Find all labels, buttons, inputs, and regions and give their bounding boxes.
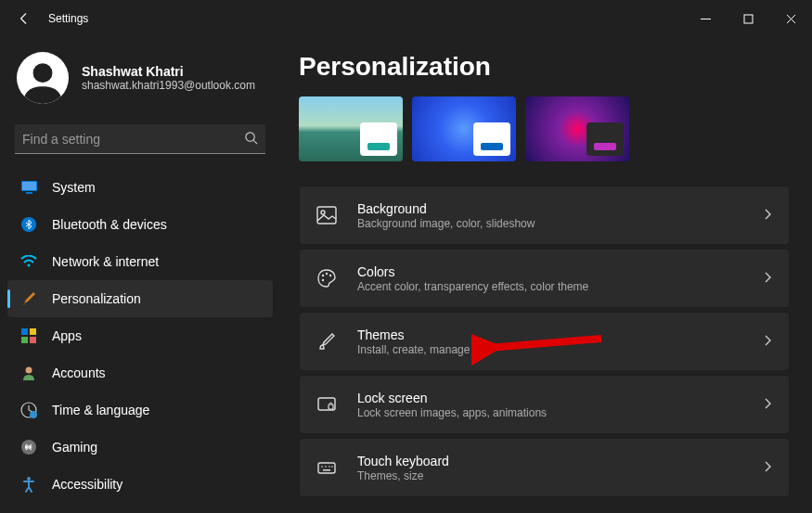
sidebar: Shashwat Khatri shashwat.khatri1993@outl… <box>0 37 280 513</box>
search-input[interactable] <box>22 132 244 147</box>
card-colors[interactable]: Colors Accent color, transparency effect… <box>299 249 790 308</box>
sidebar-item-system[interactable]: System <box>7 169 273 206</box>
svg-rect-30 <box>323 469 330 471</box>
svg-rect-25 <box>318 463 335 473</box>
card-touchkeyboard[interactable]: Touch keyboard Themes, size <box>299 438 790 497</box>
chevron-right-icon <box>763 208 772 224</box>
card-title: Colors <box>357 264 763 279</box>
card-background[interactable]: Background Background image, color, slid… <box>299 186 790 245</box>
person-icon <box>20 365 37 381</box>
window-controls <box>684 4 812 33</box>
chevron-right-icon <box>763 397 772 413</box>
sidebar-item-accessibility[interactable]: Accessibility <box>7 466 273 503</box>
svg-point-21 <box>329 275 331 276</box>
sidebar-item-label: Time & language <box>52 403 149 417</box>
sidebar-item-bluetooth[interactable]: Bluetooth & devices <box>7 206 273 243</box>
sidebar-item-label: System <box>52 180 96 195</box>
theme-preview-2[interactable] <box>412 96 516 161</box>
user-name: Shashwat Khatri <box>82 64 255 79</box>
keyboard-icon <box>316 457 337 478</box>
svg-point-28 <box>329 466 330 468</box>
svg-rect-9 <box>30 328 36 335</box>
page-title: Personalization <box>299 52 790 82</box>
card-title: Lock screen <box>357 391 763 405</box>
avatar <box>17 52 69 104</box>
card-subtitle: Background image, color, slideshow <box>357 217 763 230</box>
svg-rect-8 <box>21 328 28 335</box>
clock-globe-icon <box>20 402 37 418</box>
back-button[interactable] <box>13 7 35 30</box>
gaming-icon <box>20 439 37 455</box>
svg-rect-17 <box>317 207 336 224</box>
user-email: shashwat.khatri1993@outlook.com <box>82 79 255 92</box>
svg-rect-4 <box>22 182 36 190</box>
svg-point-29 <box>331 466 333 468</box>
window-title: Settings <box>48 12 88 25</box>
picture-icon <box>316 205 337 225</box>
sidebar-item-label: Accessibility <box>52 477 122 492</box>
card-subtitle: Lock screen images, apps, animations <box>357 406 763 419</box>
system-icon <box>20 179 37 196</box>
card-themes[interactable]: Themes Install, create, manage <box>299 312 790 371</box>
sidebar-item-apps[interactable]: Apps <box>7 317 273 354</box>
sidebar-item-personalization[interactable]: Personalization <box>7 280 273 317</box>
minimize-button[interactable] <box>684 4 727 33</box>
svg-rect-10 <box>21 337 28 343</box>
main-content: Personalization Background Background im… <box>280 37 812 513</box>
svg-point-26 <box>321 466 323 468</box>
nav-list: System Bluetooth & devices Network & int… <box>0 169 280 503</box>
svg-point-16 <box>27 477 31 481</box>
theme-preview-1[interactable] <box>299 96 403 161</box>
sidebar-item-network[interactable]: Network & internet <box>7 243 273 280</box>
svg-rect-11 <box>30 337 36 343</box>
chevron-right-icon <box>763 334 772 350</box>
maximize-button[interactable] <box>727 4 769 33</box>
sidebar-item-label: Personalization <box>52 291 141 306</box>
svg-point-27 <box>325 466 327 468</box>
theme-preview-3[interactable] <box>525 96 629 161</box>
svg-point-19 <box>322 275 324 276</box>
theme-previews <box>299 96 790 161</box>
bluetooth-icon <box>20 216 37 233</box>
card-subtitle: Install, create, manage <box>357 343 763 356</box>
sidebar-item-label: Apps <box>52 328 82 343</box>
search-icon <box>244 131 258 147</box>
sidebar-item-label: Accounts <box>52 366 106 380</box>
card-lockscreen[interactable]: Lock screen Lock screen images, apps, an… <box>299 375 790 434</box>
accessibility-icon <box>20 476 37 493</box>
user-profile[interactable]: Shashwat Khatri shashwat.khatri1993@outl… <box>0 46 280 121</box>
svg-point-18 <box>321 211 325 214</box>
chevron-right-icon <box>763 271 772 287</box>
svg-point-12 <box>26 367 32 374</box>
wifi-icon <box>20 253 37 270</box>
svg-point-7 <box>28 264 31 267</box>
brush-icon <box>316 331 337 352</box>
svg-rect-24 <box>329 404 333 409</box>
card-title: Themes <box>357 327 763 342</box>
card-subtitle: Accent color, transparency effects, colo… <box>357 280 763 293</box>
svg-point-22 <box>322 279 324 281</box>
sidebar-item-gaming[interactable]: Gaming <box>7 429 273 466</box>
lock-screen-icon <box>316 394 337 415</box>
apps-icon <box>20 327 37 344</box>
svg-point-1 <box>33 63 53 83</box>
svg-point-14 <box>30 411 37 418</box>
sidebar-item-time[interactable]: Time & language <box>7 391 273 429</box>
chevron-right-icon <box>763 460 772 476</box>
card-title: Touch keyboard <box>357 454 763 468</box>
card-subtitle: Themes, size <box>357 469 763 482</box>
sidebar-item-accounts[interactable]: Accounts <box>7 354 273 391</box>
close-button[interactable] <box>769 4 812 33</box>
svg-rect-0 <box>744 15 753 23</box>
sidebar-item-label: Gaming <box>52 440 97 455</box>
settings-cards: Background Background image, color, slid… <box>299 186 790 497</box>
sidebar-item-label: Network & internet <box>52 254 159 269</box>
search-box[interactable] <box>15 124 265 154</box>
paintbrush-icon <box>20 290 37 307</box>
titlebar: Settings <box>0 0 812 37</box>
sidebar-item-label: Bluetooth & devices <box>52 217 167 232</box>
svg-point-2 <box>246 132 254 140</box>
svg-rect-5 <box>26 192 32 194</box>
card-title: Background <box>357 201 763 216</box>
palette-icon <box>316 268 337 289</box>
